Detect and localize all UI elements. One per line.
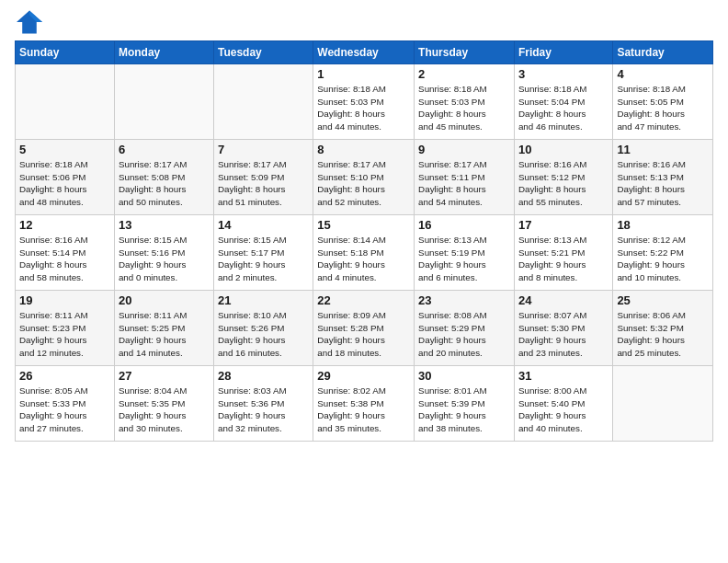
day-number: 4	[617, 67, 709, 81]
day-number: 13	[119, 218, 210, 232]
day-info: Sunrise: 8:05 AM Sunset: 5:33 PM Dayligh…	[19, 385, 110, 435]
weekday-header: Wednesday	[313, 41, 415, 64]
day-info: Sunrise: 8:18 AM Sunset: 5:03 PM Dayligh…	[317, 83, 410, 133]
day-info: Sunrise: 8:17 AM Sunset: 5:08 PM Dayligh…	[119, 158, 210, 209]
day-number: 7	[218, 143, 309, 156]
calendar-day-cell	[114, 64, 213, 140]
day-info: Sunrise: 8:18 AM Sunset: 5:05 PM Dayligh…	[617, 83, 709, 133]
day-number: 9	[418, 143, 510, 156]
calendar-day-cell: 25Sunrise: 8:06 AM Sunset: 5:32 PM Dayli…	[613, 291, 713, 366]
calendar-day-cell: 23Sunrise: 8:08 AM Sunset: 5:29 PM Dayli…	[415, 291, 515, 366]
calendar-day-cell: 29Sunrise: 8:02 AM Sunset: 5:38 PM Dayli…	[313, 366, 415, 442]
day-number: 19	[19, 293, 110, 307]
calendar-day-cell: 30Sunrise: 8:01 AM Sunset: 5:39 PM Dayli…	[415, 366, 515, 442]
calendar-day-cell: 4Sunrise: 8:18 AM Sunset: 5:05 PM Daylig…	[613, 64, 713, 140]
day-info: Sunrise: 8:18 AM Sunset: 5:03 PM Dayligh…	[418, 83, 510, 133]
day-number: 25	[617, 293, 709, 307]
day-number: 31	[518, 369, 609, 383]
day-number: 29	[317, 369, 410, 383]
calendar-day-cell: 27Sunrise: 8:04 AM Sunset: 5:35 PM Dayli…	[114, 366, 213, 442]
calendar-week-row: 5Sunrise: 8:18 AM Sunset: 5:06 PM Daylig…	[16, 140, 713, 215]
calendar-day-cell: 1Sunrise: 8:18 AM Sunset: 5:03 PM Daylig…	[313, 64, 415, 140]
calendar-day-cell: 22Sunrise: 8:09 AM Sunset: 5:28 PM Dayli…	[313, 291, 415, 366]
day-info: Sunrise: 8:04 AM Sunset: 5:35 PM Dayligh…	[119, 385, 210, 435]
day-number: 10	[518, 143, 609, 156]
day-info: Sunrise: 8:02 AM Sunset: 5:38 PM Dayligh…	[317, 385, 410, 435]
day-number: 2	[418, 67, 510, 81]
calendar-day-cell: 26Sunrise: 8:05 AM Sunset: 5:33 PM Dayli…	[16, 366, 115, 442]
calendar-day-cell	[613, 366, 713, 442]
day-number: 22	[317, 293, 410, 307]
day-number: 5	[19, 143, 110, 156]
logo-icon	[15, 9, 44, 35]
day-number: 8	[317, 143, 410, 156]
day-info: Sunrise: 8:11 AM Sunset: 5:23 PM Dayligh…	[19, 309, 110, 360]
calendar-week-row: 12Sunrise: 8:16 AM Sunset: 5:14 PM Dayli…	[16, 215, 713, 291]
calendar-day-cell: 8Sunrise: 8:17 AM Sunset: 5:10 PM Daylig…	[313, 140, 415, 215]
day-info: Sunrise: 8:12 AM Sunset: 5:22 PM Dayligh…	[617, 234, 709, 284]
calendar-day-cell: 17Sunrise: 8:13 AM Sunset: 5:21 PM Dayli…	[514, 215, 612, 291]
logo	[15, 9, 46, 35]
weekday-header: Saturday	[613, 41, 713, 64]
calendar-day-cell: 5Sunrise: 8:18 AM Sunset: 5:06 PM Daylig…	[16, 140, 115, 215]
calendar-day-cell: 12Sunrise: 8:16 AM Sunset: 5:14 PM Dayli…	[16, 215, 115, 291]
day-number: 14	[218, 218, 309, 232]
calendar-day-cell: 3Sunrise: 8:18 AM Sunset: 5:04 PM Daylig…	[514, 64, 612, 140]
calendar-body: 1Sunrise: 8:18 AM Sunset: 5:03 PM Daylig…	[16, 64, 713, 442]
day-info: Sunrise: 8:00 AM Sunset: 5:40 PM Dayligh…	[518, 385, 609, 435]
calendar-day-cell: 6Sunrise: 8:17 AM Sunset: 5:08 PM Daylig…	[114, 140, 213, 215]
calendar-day-cell: 7Sunrise: 8:17 AM Sunset: 5:09 PM Daylig…	[213, 140, 313, 215]
day-number: 17	[518, 218, 609, 232]
calendar-day-cell: 11Sunrise: 8:16 AM Sunset: 5:13 PM Dayli…	[613, 140, 713, 215]
day-info: Sunrise: 8:13 AM Sunset: 5:21 PM Dayligh…	[518, 234, 609, 284]
day-info: Sunrise: 8:09 AM Sunset: 5:28 PM Dayligh…	[317, 309, 410, 360]
weekday-header: Tuesday	[213, 41, 313, 64]
calendar-table: SundayMondayTuesdayWednesdayThursdayFrid…	[15, 40, 713, 442]
day-info: Sunrise: 8:03 AM Sunset: 5:36 PM Dayligh…	[218, 385, 309, 435]
weekday-header: Sunday	[16, 41, 115, 64]
calendar-day-cell: 10Sunrise: 8:16 AM Sunset: 5:12 PM Dayli…	[514, 140, 612, 215]
calendar-day-cell	[16, 64, 115, 140]
day-number: 30	[418, 369, 510, 383]
page-container: SundayMondayTuesdayWednesdayThursdayFrid…	[0, 0, 728, 451]
calendar-day-cell: 19Sunrise: 8:11 AM Sunset: 5:23 PM Dayli…	[16, 291, 115, 366]
day-number: 18	[617, 218, 709, 232]
calendar-day-cell: 15Sunrise: 8:14 AM Sunset: 5:18 PM Dayli…	[313, 215, 415, 291]
calendar-week-row: 26Sunrise: 8:05 AM Sunset: 5:33 PM Dayli…	[16, 366, 713, 442]
calendar-week-row: 1Sunrise: 8:18 AM Sunset: 5:03 PM Daylig…	[16, 64, 713, 140]
day-info: Sunrise: 8:18 AM Sunset: 5:06 PM Dayligh…	[19, 158, 110, 209]
day-number: 20	[119, 293, 210, 307]
calendar-day-cell: 20Sunrise: 8:11 AM Sunset: 5:25 PM Dayli…	[114, 291, 213, 366]
calendar-day-cell: 2Sunrise: 8:18 AM Sunset: 5:03 PM Daylig…	[415, 64, 515, 140]
day-info: Sunrise: 8:14 AM Sunset: 5:18 PM Dayligh…	[317, 234, 410, 284]
day-info: Sunrise: 8:01 AM Sunset: 5:39 PM Dayligh…	[418, 385, 510, 435]
day-number: 1	[317, 67, 410, 81]
calendar-day-cell: 18Sunrise: 8:12 AM Sunset: 5:22 PM Dayli…	[613, 215, 713, 291]
calendar-day-cell: 9Sunrise: 8:17 AM Sunset: 5:11 PM Daylig…	[415, 140, 515, 215]
day-info: Sunrise: 8:16 AM Sunset: 5:12 PM Dayligh…	[518, 158, 609, 209]
day-info: Sunrise: 8:07 AM Sunset: 5:30 PM Dayligh…	[518, 309, 609, 360]
day-number: 28	[218, 369, 309, 383]
day-info: Sunrise: 8:15 AM Sunset: 5:16 PM Dayligh…	[119, 234, 210, 284]
header-row: SundayMondayTuesdayWednesdayThursdayFrid…	[16, 41, 713, 64]
day-info: Sunrise: 8:16 AM Sunset: 5:13 PM Dayligh…	[617, 158, 709, 209]
calendar-day-cell: 31Sunrise: 8:00 AM Sunset: 5:40 PM Dayli…	[514, 366, 612, 442]
day-number: 23	[418, 293, 510, 307]
day-info: Sunrise: 8:13 AM Sunset: 5:19 PM Dayligh…	[418, 234, 510, 284]
weekday-header: Friday	[514, 41, 612, 64]
day-number: 16	[418, 218, 510, 232]
day-info: Sunrise: 8:08 AM Sunset: 5:29 PM Dayligh…	[418, 309, 510, 360]
day-info: Sunrise: 8:11 AM Sunset: 5:25 PM Dayligh…	[119, 309, 210, 360]
day-number: 3	[518, 67, 609, 81]
day-number: 26	[19, 369, 110, 383]
day-info: Sunrise: 8:17 AM Sunset: 5:09 PM Dayligh…	[218, 158, 309, 209]
page-header	[15, 9, 713, 35]
calendar-day-cell: 16Sunrise: 8:13 AM Sunset: 5:19 PM Dayli…	[415, 215, 515, 291]
calendar-day-cell: 21Sunrise: 8:10 AM Sunset: 5:26 PM Dayli…	[213, 291, 313, 366]
day-number: 11	[617, 143, 709, 156]
day-number: 24	[518, 293, 609, 307]
day-number: 6	[119, 143, 210, 156]
weekday-header: Monday	[114, 41, 213, 64]
day-number: 21	[218, 293, 309, 307]
day-info: Sunrise: 8:06 AM Sunset: 5:32 PM Dayligh…	[617, 309, 709, 360]
